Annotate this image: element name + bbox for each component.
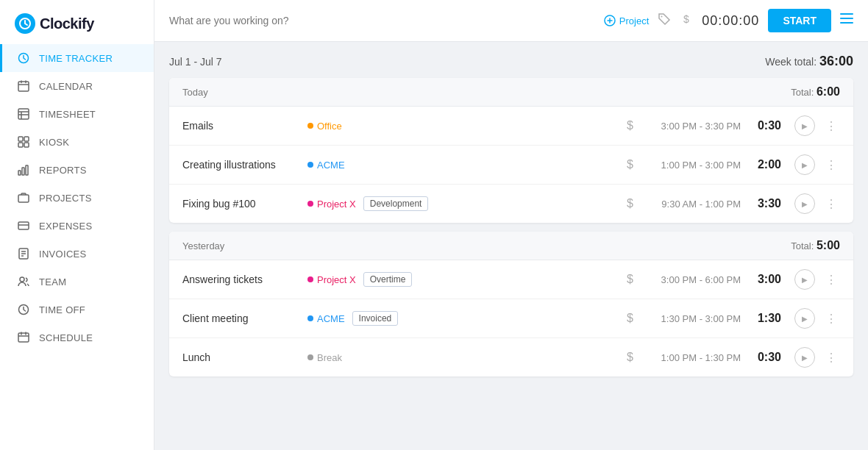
search-input[interactable] bbox=[169, 15, 595, 26]
svg-rect-15 bbox=[22, 168, 24, 175]
svg-rect-37 bbox=[840, 22, 853, 24]
entry-name: Creating illustrations bbox=[182, 159, 300, 171]
kiosk-icon bbox=[17, 135, 30, 149]
entry-name: Fixing bug #100 bbox=[182, 198, 300, 210]
plus-circle-icon bbox=[604, 15, 616, 26]
bar-chart-icon bbox=[17, 163, 30, 176]
content-area: Jul 1 - Jul 7 Week total: 36:00 Today To… bbox=[154, 42, 868, 450]
sidebar-item-label: REPORTS bbox=[39, 165, 87, 176]
sidebar-item-projects[interactable]: PROJECTS bbox=[0, 184, 154, 212]
project-button[interactable]: Project bbox=[604, 15, 649, 26]
expenses-icon bbox=[17, 219, 30, 232]
more-options-button[interactable]: ⋮ bbox=[822, 119, 840, 133]
entry-duration: 3:00 bbox=[748, 273, 781, 286]
entry-project: Project X bbox=[307, 199, 356, 210]
sidebar-item-label: TIMESHEET bbox=[39, 109, 96, 120]
sidebar-item-calendar[interactable]: CALENDAR bbox=[0, 72, 154, 100]
table-row: Fixing bug #100 Project X Development $ … bbox=[169, 185, 853, 223]
entry-name: Emails bbox=[182, 120, 300, 132]
entry-time-range: 9:30 AM - 1:00 PM bbox=[645, 199, 741, 210]
project-dot bbox=[307, 276, 313, 282]
play-button[interactable]: ▶ bbox=[794, 115, 815, 136]
week-total: Week total: 36:00 bbox=[765, 54, 853, 69]
sidebar-item-time-off[interactable]: TIME OFF bbox=[0, 296, 154, 324]
week-total-label: Week total: bbox=[765, 56, 817, 68]
more-options-button[interactable]: ⋮ bbox=[822, 312, 840, 326]
tag-icon[interactable] bbox=[658, 12, 671, 29]
sidebar-item-label: SCHEDULE bbox=[39, 332, 93, 343]
sidebar-item-kiosk[interactable]: KIOSK bbox=[0, 128, 154, 156]
entry-project: ACME bbox=[307, 313, 345, 324]
more-options-button[interactable]: ⋮ bbox=[822, 351, 840, 365]
sidebar-item-label: TIME TRACKER bbox=[39, 53, 113, 64]
more-options-button[interactable]: ⋮ bbox=[822, 197, 840, 211]
week-range-bar: Jul 1 - Jul 7 Week total: 36:00 bbox=[169, 54, 853, 69]
day-group-1: Yesterday Total: 5:00 Answering tickets … bbox=[169, 232, 853, 376]
table-row: Lunch Break $ 1:00 PM - 1:30 PM 0:30 ▶ ⋮ bbox=[169, 338, 853, 376]
billable-icon[interactable]: $ bbox=[627, 158, 633, 171]
svg-point-24 bbox=[20, 277, 24, 282]
project-dot bbox=[307, 162, 313, 168]
billable-icon[interactable]: $ bbox=[627, 119, 633, 132]
week-range-label: Jul 1 - Jul 7 bbox=[169, 56, 222, 68]
sidebar-item-timesheet[interactable]: TIMESHEET bbox=[0, 100, 154, 128]
team-icon bbox=[17, 275, 30, 288]
play-button[interactable]: ▶ bbox=[794, 308, 815, 329]
play-button[interactable]: ▶ bbox=[794, 154, 815, 175]
topbar: Project $ 00:00:00 START bbox=[154, 0, 868, 42]
billable-icon[interactable]: $ bbox=[627, 351, 633, 364]
more-options-button[interactable]: ⋮ bbox=[822, 273, 840, 287]
day-group-0: Today Total: 6:00 Emails Office $ 3:00 P… bbox=[169, 78, 853, 223]
svg-rect-16 bbox=[26, 165, 28, 175]
svg-rect-36 bbox=[840, 18, 853, 19]
project-label: Project bbox=[619, 15, 649, 26]
start-button[interactable]: START bbox=[768, 9, 831, 32]
play-button[interactable]: ▶ bbox=[794, 269, 815, 290]
dollar-icon[interactable]: $ bbox=[680, 12, 693, 29]
schedule-icon bbox=[17, 331, 30, 344]
sidebar-item-expenses[interactable]: EXPENSES bbox=[0, 212, 154, 240]
sidebar-item-label: INVOICES bbox=[39, 249, 87, 260]
day-total-value: 6:00 bbox=[817, 85, 840, 98]
billable-icon[interactable]: $ bbox=[627, 273, 633, 286]
svg-rect-17 bbox=[18, 195, 29, 202]
day-total-value: 5:00 bbox=[817, 239, 840, 251]
sidebar-item-schedule[interactable]: SCHEDULE bbox=[0, 324, 154, 351]
sidebar-item-label: PROJECTS bbox=[39, 193, 92, 204]
invoices-icon bbox=[17, 247, 30, 260]
svg-text:$: $ bbox=[683, 13, 689, 25]
svg-rect-13 bbox=[24, 143, 29, 147]
sidebar-item-time-tracker[interactable]: TIME TRACKER bbox=[0, 44, 154, 72]
sidebar: Clockify TIME TRACKER CALENDAR TIMESHEET… bbox=[0, 0, 154, 450]
billable-icon[interactable]: $ bbox=[627, 197, 633, 210]
svg-point-33 bbox=[661, 16, 663, 18]
sidebar-item-label: KIOSK bbox=[39, 137, 69, 148]
entry-time-range: 1:00 PM - 1:30 PM bbox=[645, 352, 741, 363]
entry-name: Client meeting bbox=[182, 312, 300, 324]
svg-rect-2 bbox=[18, 82, 29, 91]
more-options-button[interactable]: ⋮ bbox=[822, 158, 840, 172]
sidebar-item-team[interactable]: TEAM bbox=[0, 268, 154, 296]
entry-project: Project X bbox=[307, 274, 356, 285]
entry-project: ACME bbox=[307, 160, 345, 171]
svg-rect-11 bbox=[24, 137, 29, 141]
play-button[interactable]: ▶ bbox=[794, 347, 815, 368]
list-view-icon[interactable] bbox=[840, 13, 853, 28]
sidebar-item-label: TIME OFF bbox=[39, 304, 85, 315]
clock-icon bbox=[17, 51, 30, 65]
sidebar-item-label: CALENDAR bbox=[39, 81, 93, 92]
nav: TIME TRACKER CALENDAR TIMESHEET KIOSK RE… bbox=[0, 44, 154, 351]
project-dot bbox=[307, 315, 313, 321]
entry-time-range: 3:00 PM - 6:00 PM bbox=[645, 274, 741, 285]
project-dot bbox=[307, 123, 313, 129]
entry-name: Answering tickets bbox=[182, 274, 300, 285]
billable-icon[interactable]: $ bbox=[627, 312, 633, 325]
sidebar-item-reports[interactable]: REPORTS bbox=[0, 156, 154, 184]
entry-duration: 1:30 bbox=[748, 312, 781, 325]
svg-rect-12 bbox=[18, 143, 23, 147]
time-off-icon bbox=[17, 303, 30, 316]
play-button[interactable]: ▶ bbox=[794, 193, 815, 214]
sidebar-item-label: TEAM bbox=[39, 276, 66, 288]
svg-rect-6 bbox=[18, 109, 29, 119]
sidebar-item-invoices[interactable]: INVOICES bbox=[0, 240, 154, 268]
